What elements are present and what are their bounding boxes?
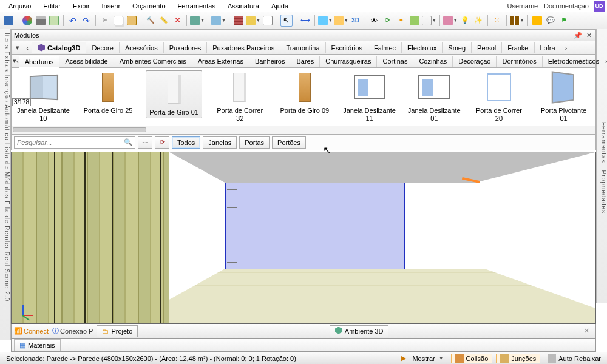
undo-icon[interactable]: ↶ (67, 15, 79, 27)
delete-icon[interactable]: ✕ (171, 15, 183, 27)
gallery-item[interactable]: Porta de Giro 25 (81, 70, 135, 115)
menu-exibir[interactable]: Exibir (67, 1, 96, 11)
gallery-item[interactable]: Porta de Correr 20 (472, 70, 526, 123)
tab-franke[interactable]: Franke (502, 42, 534, 53)
gallery-item[interactable]: Janela Deslizante 10 (16, 70, 70, 123)
palette-icon[interactable] (21, 15, 33, 27)
cat-cozinhas[interactable]: Cozinhas (413, 56, 453, 67)
panel-close-icon[interactable]: ✕ (585, 31, 593, 39)
tab-acessorios[interactable]: Acessórios (120, 42, 164, 53)
menu-editar[interactable]: Editar (37, 1, 67, 11)
search-icon[interactable]: 🔍 (124, 138, 132, 146)
render-dropdown[interactable]: ▼ (443, 16, 458, 25)
connect-link[interactable]: 📶Connect (14, 327, 49, 335)
3d-icon[interactable]: 3D (350, 15, 362, 27)
cat-eletro[interactable]: Eletrodomésticos (543, 56, 605, 67)
tab-tramontina[interactable]: Tramontina (280, 42, 325, 53)
menu-ajuda[interactable]: Ajuda (265, 1, 294, 11)
select-icon[interactable]: ↖ (280, 15, 293, 27)
viewport-3d[interactable] (11, 152, 596, 324)
menu-orcamento[interactable]: Orçamento (126, 1, 171, 11)
tab-lofra[interactable]: Lofra (535, 42, 561, 53)
cat-dormitorios[interactable]: Dormitórios (497, 56, 542, 67)
layers-dropdown[interactable]: ▼ (318, 16, 333, 25)
module-dropdown[interactable]: ▼ (190, 16, 205, 25)
layout-icon[interactable] (262, 15, 274, 27)
cat-aberturas[interactable]: Aberturas (19, 56, 60, 68)
camera-icon[interactable] (409, 15, 421, 27)
cat-acessibilidade[interactable]: Acessibilidade (59, 56, 114, 67)
tab-decore[interactable]: Decore (86, 42, 119, 53)
gallery-item[interactable]: Porta de Giro 09 (278, 70, 332, 115)
tab-puxadores-parceiros[interactable]: Puxadores Parceiros (207, 42, 280, 53)
tab-materiais[interactable]: ▦Materiais (14, 339, 61, 351)
catalog-dropdown-icon[interactable]: ▾ (13, 44, 22, 52)
tab-puxadores[interactable]: Puxadores (164, 42, 208, 53)
cut-icon[interactable]: ✂ (99, 15, 111, 27)
selected-wall[interactable] (225, 183, 405, 275)
orbit-icon[interactable]: ✦ (395, 15, 407, 27)
pin-icon[interactable]: 📌 (574, 31, 582, 39)
wand-icon[interactable]: ✨ (472, 15, 484, 27)
apps-icon[interactable]: ⁙ (491, 15, 503, 27)
tab-escritorios[interactable]: Escritórios (326, 42, 368, 53)
tab-persol[interactable]: Persol (472, 42, 502, 53)
eye-icon[interactable]: 👁 (368, 15, 381, 27)
tree-view-icon[interactable]: ☷ (138, 136, 152, 149)
flag-icon[interactable]: ⚑ (558, 15, 570, 27)
tab-ambiente-3d[interactable]: Ambiente 3D (330, 325, 389, 337)
status-juncoes[interactable]: Junções (496, 354, 540, 363)
user-badge[interactable]: UD (594, 1, 605, 12)
gallery-item[interactable]: Porta de Correr 32 (213, 70, 267, 123)
status-mostrar[interactable]: ▶Mostrar▼ (398, 354, 447, 363)
catalog-nav-prev[interactable]: ‹ (22, 44, 32, 52)
menu-inserir[interactable]: Inserir (96, 1, 127, 11)
menu-ferramentas[interactable]: Ferramentas (172, 1, 222, 11)
catalog-nav-next[interactable]: › (561, 44, 571, 52)
right-panel-rail[interactable]: Ferramentas - Propriedades (596, 29, 607, 303)
filter-portoes[interactable]: Portões (272, 136, 306, 149)
geometry-dropdown[interactable]: ▼ (246, 16, 260, 25)
refresh-icon[interactable]: ⟳ (382, 15, 394, 27)
menu-arquivo[interactable]: Arquivo (2, 1, 37, 11)
light-icon[interactable]: 💡 (459, 15, 471, 27)
redo-icon[interactable]: ↷ (80, 15, 92, 27)
save-icon[interactable] (2, 15, 15, 27)
search-input[interactable]: 🔍 (14, 136, 135, 149)
filter-portas[interactable]: Portas (239, 136, 270, 149)
gallery-item[interactable]: Janela Deslizante 11 (342, 70, 396, 123)
refresh-filter-icon[interactable]: ⟳ (155, 136, 169, 149)
cat-churrasqueiras[interactable]: Churrasqueiras (320, 56, 377, 67)
print-icon[interactable] (35, 15, 47, 27)
tab-close-icon[interactable]: ✕ (580, 327, 593, 335)
conexao-link[interactable]: ⓘConexão P (52, 326, 93, 335)
filter-janelas[interactable]: Janelas (203, 136, 237, 149)
hammer-icon[interactable]: 🔨 (144, 15, 157, 27)
cat-areas-externas[interactable]: Áreas Externas (192, 56, 249, 67)
tab-smeg[interactable]: Smeg (443, 42, 472, 53)
grid-dropdown[interactable]: ▼ (510, 16, 524, 25)
person-icon[interactable] (531, 15, 543, 27)
tab-electrolux[interactable]: Electrolux (402, 42, 443, 53)
tab-falmec[interactable]: Falmec (368, 42, 402, 53)
status-auto-rebaixar[interactable]: Auto Rebaixar (544, 354, 605, 363)
copy-icon[interactable] (112, 15, 124, 27)
measure-icon[interactable]: 📏 (158, 15, 170, 27)
export-icon[interactable] (48, 15, 60, 27)
gallery-scrollbar[interactable] (11, 126, 596, 135)
cat-decoracao[interactable]: Decoração (453, 56, 497, 67)
group-dropdown[interactable]: ▼ (211, 16, 226, 25)
search-field[interactable] (17, 139, 124, 146)
filter-todos[interactable]: Todos (172, 136, 200, 149)
paste-icon[interactable] (126, 15, 138, 27)
left-panel-rail[interactable]: Itens Extras Inserção Automática Lista d… (0, 29, 11, 340)
cat-bares[interactable]: Bares (291, 56, 320, 67)
doc-dropdown[interactable]: ▼ (334, 16, 348, 25)
tab-catalog3d[interactable]: Catalog3D (32, 42, 86, 53)
gallery-item[interactable]: Janela Deslizante 01 (407, 70, 461, 123)
dimension-icon[interactable]: ⟷ (299, 15, 311, 27)
wall-icon[interactable] (232, 15, 245, 27)
chat-icon[interactable]: 💬 (544, 15, 557, 27)
cat-cortinas[interactable]: Cortinas (377, 56, 413, 67)
gallery-item-selected[interactable]: Porta de Giro 01 (146, 70, 202, 118)
